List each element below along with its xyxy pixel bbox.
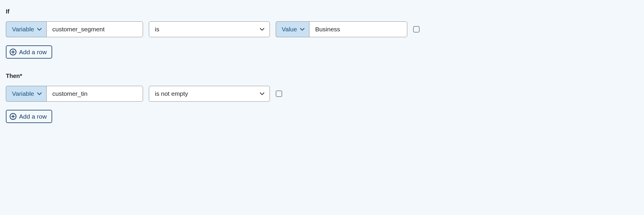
if-right-type-label: Value: [282, 26, 297, 33]
then-add-row-label: Add a row: [19, 113, 47, 120]
if-operator-select[interactable]: is: [149, 21, 270, 37]
chevron-down-icon: [260, 92, 264, 95]
then-operator-select[interactable]: is not empty: [149, 86, 270, 102]
if-value-combo: Value: [276, 21, 407, 37]
if-row-checkbox[interactable]: [413, 26, 420, 33]
if-value-input[interactable]: [309, 21, 407, 37]
if-section: If Variable is Value: [6, 8, 638, 59]
if-left-type-label: Variable: [12, 26, 34, 33]
plus-circle-icon: [9, 113, 17, 120]
if-variable-input[interactable]: [46, 21, 143, 37]
chevron-down-icon: [37, 28, 42, 31]
then-row: Variable is not empty: [6, 86, 638, 102]
if-label: If: [6, 8, 638, 15]
if-operator-label: is: [155, 26, 159, 33]
then-left-type-dropdown[interactable]: Variable: [6, 86, 46, 102]
then-row-checkbox[interactable]: [276, 91, 282, 97]
then-label: Then*: [6, 73, 638, 79]
if-variable-combo: Variable: [6, 21, 143, 37]
plus-circle-icon: [9, 48, 17, 56]
then-variable-combo: Variable: [6, 86, 143, 102]
chevron-down-icon: [37, 92, 42, 95]
then-operator-label: is not empty: [155, 90, 188, 97]
if-add-row-button[interactable]: Add a row: [6, 45, 52, 59]
then-variable-input[interactable]: [46, 86, 143, 102]
then-section: Then* Variable is not empty Add: [6, 73, 638, 123]
if-add-row-label: Add a row: [19, 49, 47, 56]
if-row: Variable is Value: [6, 21, 638, 37]
then-add-row-button[interactable]: Add a row: [6, 110, 52, 123]
chevron-down-icon: [300, 28, 304, 31]
if-left-type-dropdown[interactable]: Variable: [6, 21, 46, 37]
if-right-type-dropdown[interactable]: Value: [276, 21, 309, 37]
chevron-down-icon: [260, 28, 264, 31]
then-left-type-label: Variable: [12, 90, 34, 97]
